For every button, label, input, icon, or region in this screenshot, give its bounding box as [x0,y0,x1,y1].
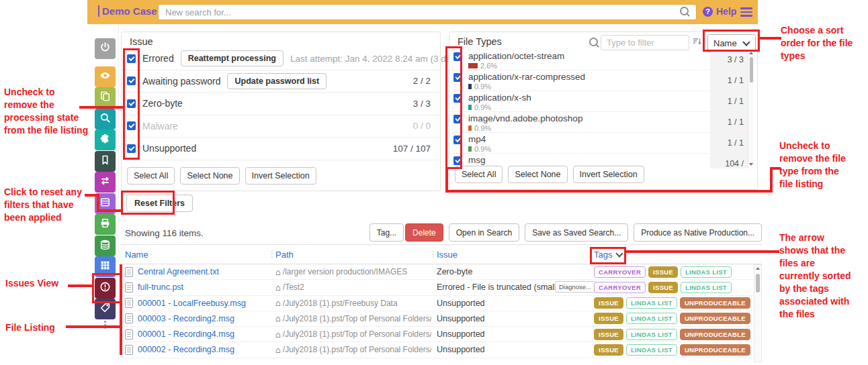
issue-cell: Errored - File is truncated (smaller t..… [437,280,555,295]
issue-count: 0 / 0 [413,121,431,131]
column-header-name[interactable]: Name [125,245,148,264]
scroll-up-icon[interactable] [756,267,760,270]
file-name-link[interactable]: 000003 - Recording2.msg [138,314,234,323]
column-header-tags[interactable]: ⋮Tags [594,245,622,264]
app-canvas: Demo Case ? Help Issue ErroredReattempt … [0,0,868,365]
file-name-link[interactable]: full-trunc.pst [138,282,183,292]
file-type-checkbox[interactable] [453,94,462,103]
selection-button[interactable]: Select None [508,166,567,183]
file-types-scrollbar[interactable] [748,50,754,168]
file-type-checkbox[interactable] [453,73,462,82]
table-scrollbar[interactable] [754,264,762,362]
selection-button[interactable]: Invert Selection [573,166,644,183]
power-icon [99,42,111,56]
column-handle-icon[interactable]: ⋮ [587,250,595,259]
issue-cell: Unsupported [437,342,485,357]
tags-cell: ISSUELINDAS LISTUNPRODUCEABLE [594,311,750,326]
issue-checkbox[interactable] [127,76,136,85]
sidebar-item-swap-arrows[interactable] [95,172,116,193]
sidebar-item-issues[interactable] [95,278,116,299]
tag-badge: LINDAS LIST [626,313,677,324]
file-type-checkbox[interactable] [453,115,462,123]
tag-badge: ISSUE [648,282,678,293]
grid-icon [99,260,111,274]
file-type-bar [468,125,472,131]
annotation-issues-view: Issues View [5,277,86,290]
sidebar-item-search[interactable] [95,109,116,129]
issue-checkbox[interactable] [127,121,136,130]
file-name-link[interactable]: 000001 - Recording4.msg [138,329,234,339]
file-type-percent: 0.9% [474,83,491,91]
scroll-down-icon[interactable] [749,163,753,166]
issue-cell: Unsupported [437,327,485,342]
issue-checkbox[interactable] [127,54,136,63]
sidebar-item-power[interactable] [95,38,116,59]
file-type-percent: 0.9% [474,103,491,111]
file-name-link[interactable]: Central Agreement.txt [138,267,219,276]
sidebar-item-table-list[interactable] [95,193,116,214]
selection-button[interactable]: Select All [127,167,175,185]
toolbar-button[interactable]: Tag... [370,223,404,242]
case-name[interactable]: Demo Case [98,5,157,17]
column-header-path[interactable]: ⋮Path [275,245,294,264]
sort-amount-icon [693,37,702,49]
file-type-checkbox[interactable] [453,136,462,144]
sidebar-item-eye[interactable] [95,66,116,87]
file-type-checkbox[interactable] [453,52,462,61]
menu-icon[interactable] [740,7,752,19]
diagnose-button[interactable]: Diagnose... [555,281,595,293]
scroll-up-icon[interactable] [749,52,753,54]
issue-checkbox[interactable] [127,144,136,153]
scrollbar-thumb[interactable] [756,274,760,293]
search-input[interactable] [158,4,697,20]
sidebar-item-bookmark[interactable] [95,151,116,172]
scrollbar-thumb[interactable] [750,57,753,83]
toolbar-button[interactable]: Save as Saved Search... [525,223,628,242]
sidebar-item-printer[interactable] [95,214,116,235]
selection-button[interactable]: Select All [455,166,503,183]
bookmark-icon [99,154,111,168]
path-text: /July2018 (1).pst/Top of Personal Folder… [283,329,431,339]
column-handle-icon[interactable]: ⋮ [429,250,437,259]
table-list-icon [99,197,111,211]
table-row: 000003 - Recording2.msg⌂/July2018 (1).ps… [121,311,762,327]
issue-action-button[interactable]: Reattempt processing [181,50,284,66]
sort-order-value: Name [713,38,737,48]
issue-checkbox[interactable] [127,99,136,108]
reset-filters-button[interactable]: Reset Filters [126,195,193,212]
issue-action-button[interactable]: Update password list [227,73,327,89]
column-header-issue[interactable]: ⋮Issue [437,245,458,264]
toolbar-button[interactable]: Produce as Native Production... [634,223,762,242]
sidebar-item-puzzle[interactable] [95,129,116,150]
selection-button[interactable]: Invert Selection [245,167,316,185]
column-label: Issue [437,250,458,260]
file-type-count: 1 / 1 [710,91,748,112]
issues-icon [99,281,111,295]
file-name-link[interactable]: 000001 - LocalFreebusy.msg [138,299,246,308]
file-type-bar [468,105,472,110]
delete-button[interactable]: Delete [405,223,443,242]
path-cell: ⌂/Test2 [275,280,304,295]
database-icon [99,239,111,253]
help-button[interactable]: ? Help [703,6,736,17]
puzzle-icon [99,133,111,147]
tag-badge: LINDAS LIST [626,297,677,309]
file-name-link[interactable]: 000002 - Recording3.msg [138,345,234,354]
tag-badge: CARRYOVER [594,266,646,278]
tags-cell: CARRYOVERISSUELINDAS LIST [594,280,732,295]
toolbar-button[interactable]: Open in Search [449,223,519,242]
annotation-tags-sorted: The arrow shows that the files are curre… [779,231,865,321]
column-handle-icon[interactable]: ⋮ [268,250,276,259]
sidebar-item-grid[interactable] [95,256,116,277]
path-text: /larger version production/IMAGES [283,267,407,276]
type-filter-input[interactable] [601,35,689,50]
sidebar-item-database[interactable] [95,236,116,256]
file-type-row: mp40.9% [449,133,710,154]
issue-row: Unsupported107 / 107 [122,138,440,160]
selection-button[interactable]: Select None [180,167,239,185]
sidebar-item-tags[interactable] [95,299,116,319]
issue-label: Zero-byte [142,98,183,109]
sidebar-more-icon[interactable] [104,321,106,330]
file-type-checkbox[interactable] [453,156,462,165]
sidebar-item-copy[interactable] [95,87,116,108]
